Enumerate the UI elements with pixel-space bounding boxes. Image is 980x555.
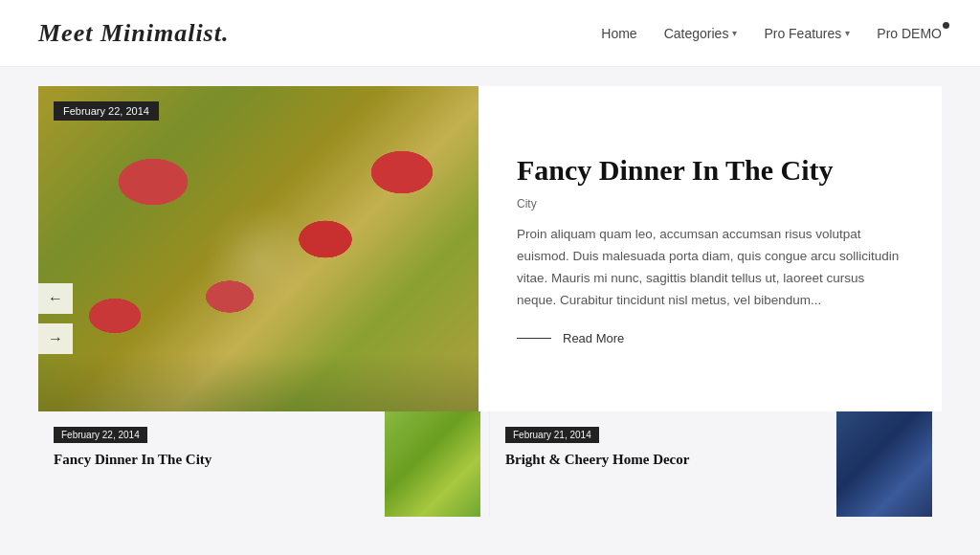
- pasta-image: [38, 86, 479, 411]
- next-arrow[interactable]: →: [38, 323, 73, 354]
- chevron-down-icon: ▾: [845, 28, 850, 38]
- bottom-cards-row: February 22, 2014 Fancy Dinner In The Ci…: [38, 411, 942, 517]
- read-more-label: Read More: [563, 331, 624, 345]
- read-more-line: [517, 338, 551, 339]
- bottom-card-1-title[interactable]: Fancy Dinner In The City: [54, 451, 368, 470]
- article-excerpt: Proin aliquam quam leo, accumsan accumsa…: [517, 224, 903, 312]
- food-thumbnail: [385, 411, 480, 517]
- bottom-card-1: February 22, 2014 Fancy Dinner In The Ci…: [38, 411, 385, 517]
- bottom-card-3-date: February 21, 2014: [505, 427, 599, 443]
- read-more-link[interactable]: Read More: [517, 331, 903, 345]
- denim-thumbnail: [836, 411, 932, 517]
- bottom-card-3-title[interactable]: Bright & Cheery Home Decor: [505, 451, 820, 470]
- bottom-card-3: February 21, 2014 Bright & Cheery Home D…: [490, 411, 836, 517]
- nav-categories[interactable]: Categories ▾: [664, 26, 738, 41]
- article-title: Fancy Dinner In The City: [517, 152, 903, 189]
- main-nav: Home Categories ▾ Pro Features ▾ Pro DEM…: [601, 26, 942, 41]
- bottom-card-1-date: February 22, 2014: [54, 427, 147, 443]
- featured-image: February 22, 2014 ← →: [38, 86, 479, 411]
- notification-dot: [943, 22, 949, 29]
- nav-pro-demo[interactable]: Pro DEMO: [877, 26, 942, 41]
- featured-text: Fancy Dinner In The City City Proin aliq…: [479, 86, 942, 411]
- site-header: Meet Minimalist. Home Categories ▾ Pro F…: [0, 0, 980, 67]
- featured-date-badge: February 22, 2014: [54, 101, 159, 121]
- slider-arrows: ← →: [38, 283, 73, 354]
- bottom-card-4-image: [836, 411, 942, 517]
- chevron-down-icon: ▾: [732, 28, 737, 38]
- nav-home[interactable]: Home: [601, 26, 636, 41]
- article-category: City: [517, 197, 903, 211]
- nav-pro-features[interactable]: Pro Features ▾: [764, 26, 850, 41]
- featured-card: February 22, 2014 ← → Fancy Dinner In Th…: [38, 86, 942, 411]
- site-logo[interactable]: Meet Minimalist.: [38, 19, 229, 48]
- main-content: February 22, 2014 ← → Fancy Dinner In Th…: [0, 67, 980, 536]
- bottom-card-2-image: [385, 411, 490, 517]
- prev-arrow[interactable]: ←: [38, 283, 73, 314]
